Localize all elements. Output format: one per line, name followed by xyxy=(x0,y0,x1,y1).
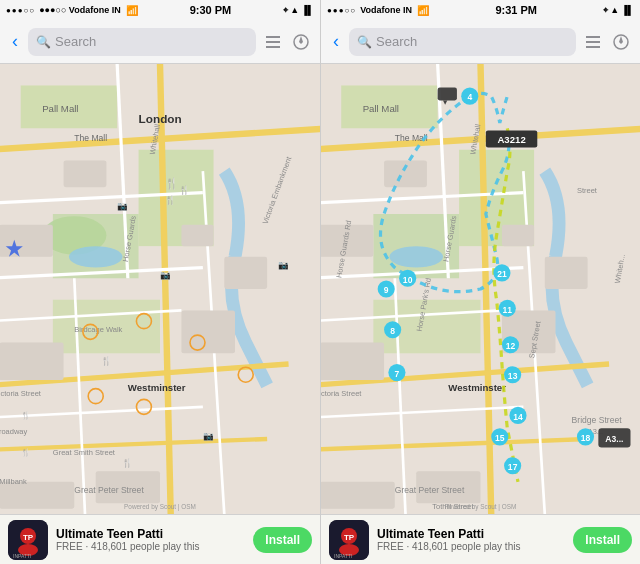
svg-point-78 xyxy=(389,246,443,267)
ad-text-right: Ultimate Teen Patti FREE · 418,601 peopl… xyxy=(377,527,565,552)
svg-text:TP: TP xyxy=(344,533,355,542)
screen-right: ●●●○○ Vodafone IN 📶 9:31 PM ⌖ ▲ ▐▌ ‹ 🔍 S… xyxy=(320,0,640,564)
svg-rect-24 xyxy=(64,160,107,187)
nav-icons-right xyxy=(582,31,632,53)
svg-text:Westminster: Westminster xyxy=(448,382,506,393)
svg-text:7: 7 xyxy=(395,369,400,379)
svg-text:TP: TP xyxy=(23,533,34,542)
svg-rect-70 xyxy=(586,46,600,48)
carrier-name-right: Vodafone IN xyxy=(360,5,412,15)
svg-rect-144 xyxy=(438,88,457,101)
svg-text:A3...: A3... xyxy=(605,434,623,444)
svg-text:4: 4 xyxy=(467,92,472,102)
carrier-name: ●●●○○ Vodafone IN xyxy=(39,5,121,15)
search-bar-right[interactable]: 🔍 Search xyxy=(349,28,576,56)
svg-point-11 xyxy=(69,246,123,267)
svg-text:🍴: 🍴 xyxy=(179,185,190,196)
screen-left: ●●●○○ ●●●○○ Vodafone IN 📶 9:30 PM ⌖ ▲ ▐▌… xyxy=(0,0,320,564)
svg-text:Powered by Scout | OSM: Powered by Scout | OSM xyxy=(445,503,517,511)
time-right: 9:31 PM xyxy=(495,4,537,16)
svg-text:🍴: 🍴 xyxy=(21,411,31,420)
svg-text:🍴: 🍴 xyxy=(123,458,134,469)
ad-icon-left: TP INPATTI xyxy=(8,520,48,560)
ad-icon-right: TP INPATTI xyxy=(329,520,369,560)
svg-text:Powered by Scout | OSM: Powered by Scout | OSM xyxy=(124,503,196,511)
svg-rect-69 xyxy=(586,41,600,43)
nav-bar-left: ‹ 🔍 Search xyxy=(0,20,320,64)
svg-marker-4 xyxy=(299,36,303,44)
svg-text:15: 15 xyxy=(495,433,505,443)
svg-marker-72 xyxy=(619,36,623,44)
svg-rect-2 xyxy=(266,46,280,48)
time-left: 9:30 PM xyxy=(190,4,232,16)
status-bar-right: ●●●○○ Vodafone IN 📶 9:31 PM ⌖ ▲ ▐▌ xyxy=(321,0,640,20)
svg-text:17: 17 xyxy=(508,462,518,472)
road-label: A3212 xyxy=(497,134,525,145)
svg-text:Victoria Street: Victoria Street xyxy=(0,389,42,398)
svg-text:Broadway: Broadway xyxy=(0,427,28,436)
svg-text:INPATTI: INPATTI xyxy=(334,553,352,559)
screens-container: ●●●○○ ●●●○○ Vodafone IN 📶 9:30 PM ⌖ ▲ ▐▌… xyxy=(0,0,640,564)
svg-text:London: London xyxy=(139,112,182,125)
svg-text:14: 14 xyxy=(513,412,523,422)
svg-text:Pall Mall: Pall Mall xyxy=(42,103,78,114)
svg-rect-26 xyxy=(224,257,267,289)
svg-text:🍴: 🍴 xyxy=(21,448,31,457)
svg-text:8: 8 xyxy=(390,326,395,336)
compass-icon-right[interactable] xyxy=(610,31,632,53)
svg-rect-94 xyxy=(321,343,384,381)
status-right-left: ●●●○○ Vodafone IN 📶 xyxy=(327,5,429,16)
svg-text:Millbank: Millbank xyxy=(0,477,27,486)
search-icon-left: 🔍 xyxy=(36,35,51,49)
svg-rect-1 xyxy=(266,41,280,43)
svg-text:21: 21 xyxy=(497,269,507,279)
svg-text:18: 18 xyxy=(581,433,591,443)
svg-text:🍴: 🍴 xyxy=(165,195,176,206)
svg-rect-0 xyxy=(266,36,280,38)
svg-text:9: 9 xyxy=(384,285,389,295)
status-bar-left: ●●●○○ ●●●○○ Vodafone IN 📶 9:30 PM ⌖ ▲ ▐▌ xyxy=(0,0,320,20)
list-icon-left[interactable] xyxy=(262,31,284,53)
ad-title-left: Ultimate Teen Patti xyxy=(56,527,245,541)
svg-text:📷: 📷 xyxy=(278,260,289,271)
map-left[interactable]: Pall Mall The Mall London Victoria Emban… xyxy=(0,64,320,514)
svg-text:🍴: 🍴 xyxy=(101,356,112,367)
svg-text:13: 13 xyxy=(508,371,518,381)
svg-rect-28 xyxy=(181,310,235,353)
map-right[interactable]: Pall Mall The Mall Whitehall Westminster… xyxy=(321,64,640,514)
battery-icon: ▐▌ xyxy=(301,5,314,15)
gps-icon: ⌖ xyxy=(283,5,288,16)
svg-text:Great Peter Street: Great Peter Street xyxy=(395,485,465,495)
svg-rect-92 xyxy=(502,225,534,246)
back-button-right[interactable]: ‹ xyxy=(329,27,343,56)
ad-text-left: Ultimate Teen Patti FREE · 418,601 peopl… xyxy=(56,527,245,552)
install-button-left[interactable]: Install xyxy=(253,527,312,553)
list-icon-right[interactable] xyxy=(582,31,604,53)
svg-rect-27 xyxy=(0,343,64,381)
search-icon-right: 🔍 xyxy=(357,35,372,49)
signal-dots-right: ●●●○○ xyxy=(327,6,356,15)
status-right-right: ⌖ ▲ ▐▌ xyxy=(603,5,634,16)
svg-text:📷: 📷 xyxy=(160,270,171,281)
install-button-right[interactable]: Install xyxy=(573,527,632,553)
ad-subtitle-right: FREE · 418,601 people play this xyxy=(377,541,565,552)
battery-icon-right: ▐▌ xyxy=(621,5,634,15)
svg-text:Bridge Street: Bridge Street xyxy=(572,415,623,425)
svg-text:12: 12 xyxy=(506,341,516,351)
svg-text:📷: 📷 xyxy=(117,201,128,212)
ad-title-right: Ultimate Teen Patti xyxy=(377,527,565,541)
wifi-icon: 📶 xyxy=(126,5,138,16)
svg-text:Street: Street xyxy=(577,186,598,195)
gps-icon-right: ⌖ xyxy=(603,5,608,16)
compass-icon-left[interactable] xyxy=(290,31,312,53)
ad-subtitle-left: FREE · 418,601 people play this xyxy=(56,541,245,552)
ad-banner-right: TP INPATTI Ultimate Teen Patti FREE · 41… xyxy=(321,514,640,564)
svg-rect-93 xyxy=(545,257,588,289)
svg-text:11: 11 xyxy=(503,305,513,315)
svg-text:Victoria Street: Victoria Street xyxy=(321,389,362,398)
status-right-left: ⌖ ▲ ▐▌ xyxy=(283,5,314,16)
signal-icon-right: ▲ xyxy=(610,5,619,15)
svg-text:The Mall: The Mall xyxy=(74,133,107,143)
back-button-left[interactable]: ‹ xyxy=(8,27,22,56)
search-bar-left[interactable]: 🔍 Search xyxy=(28,28,256,56)
